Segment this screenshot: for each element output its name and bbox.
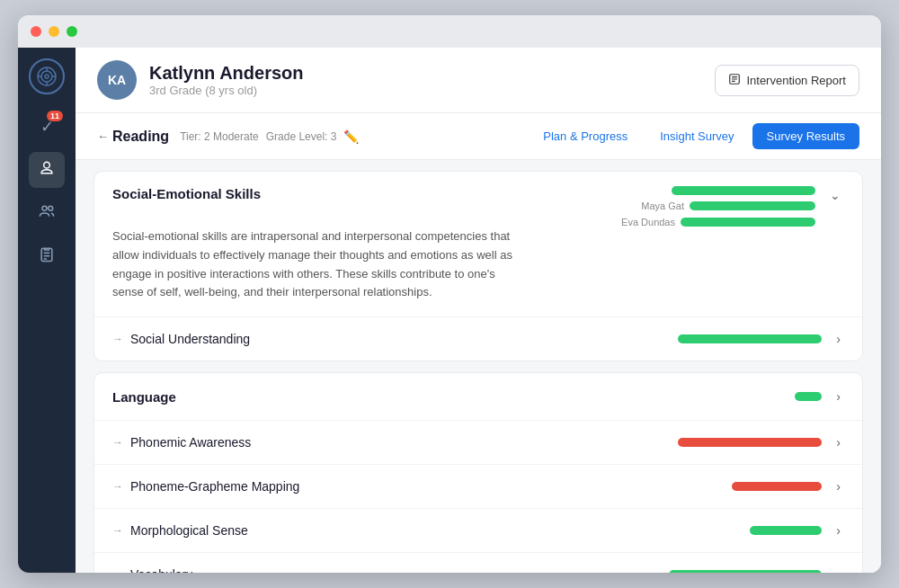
morphological-arrow-icon: →	[112, 524, 123, 537]
minimize-dot[interactable]	[49, 26, 59, 37]
phonemic-awareness-bar	[678, 438, 822, 447]
maya-label: Maya Gat	[641, 200, 684, 211]
back-button[interactable]: ←	[97, 129, 109, 143]
tabs-bar: ← Reading Tier: 2 Moderate Grade Level: …	[76, 113, 881, 160]
social-emotional-title: Social-Emotional Skills	[112, 186, 261, 201]
morphological-chevron[interactable]: ›	[832, 521, 844, 539]
content-area: Social-Emotional Skills Maya Gat	[76, 160, 881, 573]
arrow-icon: →	[112, 333, 123, 345]
language-card: Language › → Phonemic Awareness ›	[93, 372, 863, 573]
phonemic-awareness-bar-wrap	[624, 438, 822, 447]
vocabulary-arrow-icon: →	[112, 568, 123, 573]
eva-bar	[681, 218, 815, 227]
social-emotional-card: Social-Emotional Skills Maya Gat	[93, 171, 863, 361]
expand-collapse-button[interactable]: ⌄	[826, 186, 844, 204]
tier-badge: Tier: 2 Moderate	[180, 130, 259, 143]
social-understanding-row[interactable]: → Social Understanding ›	[94, 316, 862, 361]
sidebar-item-group[interactable]	[29, 195, 65, 231]
vocabulary-bar-wrap	[624, 570, 822, 573]
vocabulary-chevron[interactable]: ›	[832, 566, 844, 573]
close-dot[interactable]	[31, 26, 41, 37]
titlebar	[18, 15, 881, 48]
social-understanding-label: Social Understanding	[130, 332, 624, 346]
svg-point-7	[44, 162, 50, 168]
sidebar-item-student[interactable]	[29, 152, 65, 188]
morphological-row[interactable]: → Morphological Sense ›	[94, 508, 862, 552]
language-title: Language	[112, 389, 624, 405]
language-chevron[interactable]: ›	[832, 388, 844, 405]
phoneme-grapheme-label: Phoneme-Grapheme Mapping	[130, 479, 624, 494]
sidebar-item-clipboard[interactable]	[29, 238, 65, 274]
maya-bar	[690, 201, 815, 210]
notification-badge: 11	[47, 111, 63, 121]
morphological-label: Morphological Sense	[130, 523, 624, 538]
report-icon	[728, 73, 741, 88]
tab-plan-progress[interactable]: Plan & Progress	[529, 123, 642, 149]
intervention-report-button[interactable]: Intervention Report	[715, 65, 859, 96]
phonemic-awareness-chevron[interactable]: ›	[832, 433, 844, 451]
intervention-report-label: Intervention Report	[746, 74, 846, 87]
edit-icon[interactable]: ✏️	[343, 129, 359, 144]
morphological-bar	[750, 526, 822, 535]
app-window: 11 ✓	[18, 15, 881, 573]
social-emotional-bars: Maya Gat Eva Dundas	[618, 186, 815, 227]
main-content: KA Katlynn Anderson 3rd Grade (8 yrs old…	[76, 48, 881, 573]
social-emotional-title-wrap: Social-Emotional Skills	[112, 186, 618, 202]
phoneme-grapheme-bar	[732, 482, 822, 491]
svg-point-1	[41, 71, 52, 82]
phoneme-grapheme-arrow-icon: →	[112, 480, 123, 493]
sidebar: 11 ✓	[18, 48, 76, 573]
eva-label: Eva Dundas	[621, 217, 675, 227]
svg-point-2	[45, 75, 49, 78]
avatar: KA	[97, 60, 137, 100]
language-bar-wrap	[624, 392, 822, 401]
back-arrow-icon: ←	[97, 129, 109, 143]
svg-point-8	[42, 206, 47, 210]
student-name: Katlynn Anderson	[149, 63, 304, 84]
maya-bar-row: Maya Gat	[618, 200, 815, 211]
grade-badge: Grade Level: 3	[266, 130, 337, 143]
phoneme-grapheme-chevron[interactable]: ›	[832, 477, 844, 495]
phonemic-awareness-label: Phonemic Awareness	[130, 435, 624, 450]
vocabulary-row[interactable]: → Vocabulary ›	[94, 552, 862, 573]
clipboard-icon	[38, 245, 56, 268]
vocabulary-bar	[669, 570, 822, 573]
sidebar-item-checkmark[interactable]: 11 ✓	[29, 109, 65, 145]
vocabulary-label: Vocabulary	[130, 567, 624, 573]
expand-dot[interactable]	[67, 26, 77, 37]
svg-point-9	[49, 206, 53, 210]
tab-insight-survey[interactable]: Insight Survey	[645, 123, 748, 149]
social-understanding-bar	[678, 334, 822, 343]
sidebar-logo[interactable]	[29, 58, 65, 94]
phonemic-awareness-row[interactable]: → Phonemic Awareness ›	[94, 420, 862, 464]
social-emotional-main-bar	[672, 186, 815, 195]
tabs-right: Plan & Progress Insight Survey Survey Re…	[529, 123, 859, 149]
app-layout: 11 ✓	[18, 48, 881, 573]
social-understanding-chevron[interactable]: ›	[832, 330, 844, 348]
section-title: Reading	[112, 129, 169, 145]
student-icon	[38, 159, 56, 182]
language-header[interactable]: Language ›	[94, 373, 862, 420]
morphological-bar-wrap	[624, 526, 822, 535]
language-main-bar	[795, 392, 822, 401]
student-grade: 3rd Grade (8 yrs old)	[149, 84, 304, 97]
group-icon	[38, 202, 56, 225]
top-header: KA Katlynn Anderson 3rd Grade (8 yrs old…	[76, 48, 881, 113]
eva-bar-row: Eva Dundas	[618, 217, 815, 227]
social-understanding-bar-wrap	[624, 334, 822, 343]
student-info: KA Katlynn Anderson 3rd Grade (8 yrs old…	[97, 60, 304, 100]
phoneme-grapheme-bar-wrap	[624, 482, 822, 491]
social-emotional-description: Social-emotional skills are intrapersona…	[94, 227, 544, 316]
student-details: Katlynn Anderson 3rd Grade (8 yrs old)	[149, 63, 304, 97]
phonemic-arrow-icon: →	[112, 436, 123, 449]
phoneme-grapheme-row[interactable]: → Phoneme-Grapheme Mapping ›	[94, 464, 862, 508]
tab-survey-results[interactable]: Survey Results	[752, 123, 859, 149]
